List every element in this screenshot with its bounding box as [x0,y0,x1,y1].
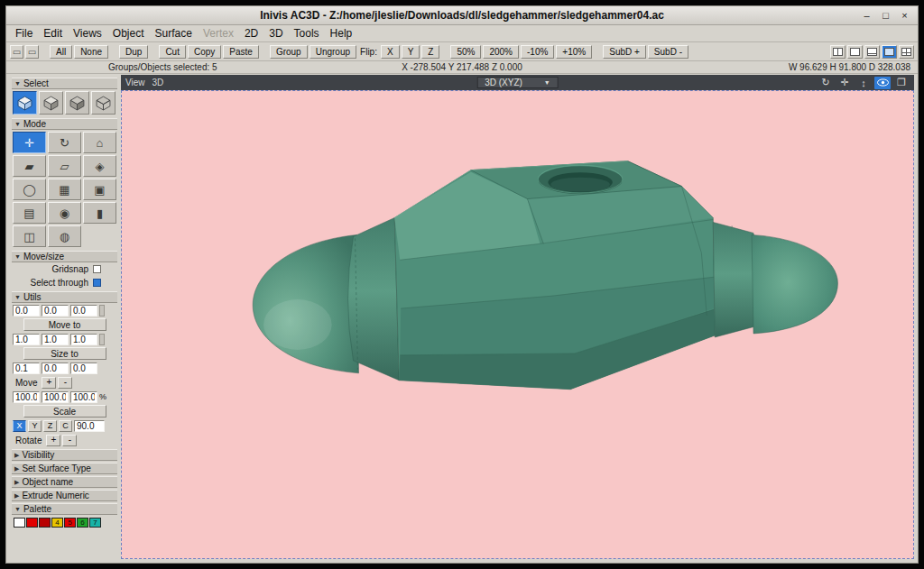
view-mode-label[interactable]: 3D [152,78,164,87]
scale-x-field[interactable] [13,391,40,403]
mesh-icon[interactable]: ▤ [13,202,46,224]
menu-3d[interactable]: 3D [263,26,288,41]
move-to-x-field[interactable] [13,305,40,317]
rotate-minus-button[interactable]: - [62,435,77,446]
move-icon[interactable]: ✛ [13,132,46,153]
size-to-x-field[interactable] [13,334,40,345]
menu-2d[interactable]: 2D [239,26,263,41]
section-utils[interactable]: ▼ Utils [12,291,117,303]
size-to-button[interactable]: Size to [23,347,106,360]
section-palette[interactable]: ▼ Palette [12,503,117,515]
viewport-canvas[interactable] [121,90,914,559]
palette-swatch[interactable] [39,518,51,528]
ellipse-icon[interactable]: ◯ [13,179,46,200]
section-select[interactable]: ▼ Select [12,78,117,89]
select-vertex-icon[interactable] [91,91,116,115]
copy-button[interactable]: Copy [188,45,221,59]
zoom-minus10-button[interactable]: -10% [521,45,554,59]
palette-swatch[interactable]: 5 [64,518,76,528]
subd-minus-button[interactable]: SubD - [648,45,688,59]
layout-vsplit-icon[interactable] [830,45,845,59]
rotate-plus-button[interactable]: + [46,435,60,446]
dolly-icon[interactable]: ↕ [855,77,872,89]
sphere-icon[interactable]: ◉ [48,202,81,224]
box-icon[interactable]: ▣ [83,179,116,200]
revolve-icon[interactable]: ◫ [13,225,46,247]
zoom-50-button[interactable]: 50% [450,45,481,59]
group-button[interactable]: Group [270,45,308,59]
move-to-z-field[interactable] [70,305,97,317]
layout-hsplit-icon[interactable] [864,45,880,59]
field-stepper[interactable] [99,305,105,317]
light-icon[interactable]: ◍ [48,225,81,247]
axis-y-toggle[interactable]: Y [28,420,42,432]
titlebar[interactable]: Inivis AC3D - Z:/home/jleslie/Downloads/… [6,6,918,25]
move-step-z-field[interactable] [70,363,97,374]
palette-swatch[interactable] [14,518,25,528]
move-to-button[interactable]: Move to [23,318,106,331]
select-none-button[interactable]: None [74,45,108,59]
eye-icon[interactable] [874,77,891,89]
size-to-z-field[interactable] [70,334,97,345]
select-object-icon[interactable] [39,91,63,115]
minimize-button[interactable]: – [859,9,874,23]
spline-icon[interactable]: ◈ [83,155,116,177]
section-object-name[interactable]: ▶ Object name [12,476,117,488]
close-button[interactable]: × [897,9,912,23]
select-all-button[interactable]: All [50,45,72,59]
menu-views[interactable]: Views [68,26,107,41]
subd-plus-button[interactable]: SubD + [603,45,646,59]
menu-edit[interactable]: Edit [38,26,68,41]
move-step-x-field[interactable] [13,363,40,374]
axis-x-toggle[interactable]: X [13,420,26,432]
layout-single-icon[interactable] [847,45,863,59]
select-group-icon[interactable] [13,91,37,115]
menu-help[interactable]: Help [325,26,358,41]
section-surface-type[interactable]: ▶ Set Surface Type [12,463,117,474]
grid-icon[interactable]: ▦ [48,179,81,200]
toolbar-mini-button-1[interactable]: ▭ [10,45,23,59]
flip-x-button[interactable]: X [381,45,400,59]
move-minus-button[interactable]: - [58,377,72,389]
layout-quad-icon[interactable] [899,45,914,59]
menu-tools[interactable]: Tools [289,26,325,41]
select-through-checkbox[interactable] [93,279,101,287]
scale-z-field[interactable] [70,391,97,403]
palette-swatch[interactable]: 7 [89,518,101,528]
duplicate-button[interactable]: Dup [119,45,148,59]
rotate-icon[interactable]: ↻ [48,132,81,153]
select-surface-icon[interactable] [65,91,89,115]
line-icon[interactable]: ▰ [13,155,46,177]
flip-z-button[interactable]: Z [421,45,439,59]
section-extrude-numeric[interactable]: ▶ Extrude Numeric [12,490,117,501]
size-to-y-field[interactable] [42,334,69,345]
flip-y-button[interactable]: Y [402,45,420,59]
move-plus-button[interactable]: + [42,377,56,389]
orbit-icon[interactable]: ↻ [818,77,834,89]
maximize-button[interactable]: □ [878,9,893,23]
move-step-y-field[interactable] [42,363,69,374]
field-stepper[interactable] [99,334,105,345]
model-sledgehammer[interactable] [253,161,837,390]
palette-swatch[interactable]: 4 [51,518,63,528]
polygon-icon[interactable]: ▱ [48,155,81,177]
zoom-plus10-button[interactable]: +10% [556,45,592,59]
palette-swatch[interactable]: 6 [77,518,88,528]
rotate-angle-field[interactable] [74,420,105,432]
zoom-200-button[interactable]: 200% [483,45,519,59]
extrude-icon[interactable]: ⌂ [83,132,116,153]
move-to-y-field[interactable] [42,305,69,317]
cylinder-icon[interactable]: ▮ [83,202,116,224]
maximize-view-icon[interactable]: ❐ [893,77,910,89]
axis-z-toggle[interactable]: Z [43,420,57,432]
toolbar-mini-button-2[interactable]: ▭ [25,45,39,59]
scale-y-field[interactable] [42,391,69,403]
pan-icon[interactable]: ✛ [836,77,853,89]
gridsnap-checkbox[interactable] [93,265,101,273]
scale-button[interactable]: Scale [23,405,106,418]
menu-surface[interactable]: Surface [150,26,198,41]
section-visibility[interactable]: ▶ Visibility [12,449,117,461]
palette-swatch[interactable] [26,518,38,528]
cut-button[interactable]: Cut [159,45,186,59]
paste-button[interactable]: Paste [223,45,259,59]
